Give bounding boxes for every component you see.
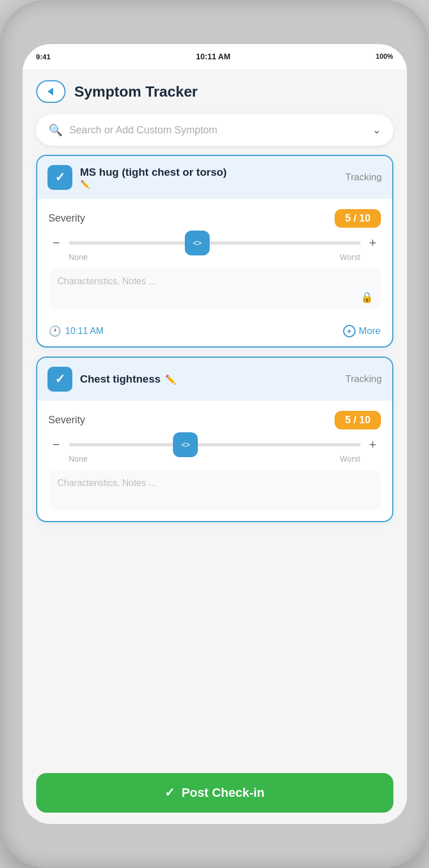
- edit-icon-ms-hug[interactable]: ✏️: [80, 180, 227, 189]
- checkmark-icon: ✓: [55, 170, 65, 185]
- lock-icon-ms-hug: 🔒: [361, 291, 373, 303]
- more-label-ms-hug: More: [359, 326, 381, 337]
- back-chevron-icon: [47, 88, 53, 96]
- more-button-ms-hug[interactable]: + More: [343, 325, 381, 337]
- phone-frame: 9:41 10:11 AM 100% Symptom Tracker 🔍 Sea…: [0, 0, 429, 868]
- slider-max-label-chest: Worst: [340, 454, 360, 463]
- severity-label-chest-tightness: Severity: [49, 414, 85, 426]
- time-text-ms-hug: 10:11 AM: [66, 326, 104, 336]
- post-checkin-button[interactable]: ✓ Post Check-in: [36, 773, 393, 813]
- slider-thumb-chest[interactable]: <>: [173, 432, 198, 457]
- card-header-ms-hug: ✓ MS hug (tight chest or torso) ✏️ Track…: [37, 156, 392, 199]
- slider-min-label-chest: None: [69, 454, 88, 463]
- edit-icon-chest[interactable]: ✏️: [165, 374, 176, 385]
- clock-icon-ms-hug: 🕐: [49, 325, 61, 337]
- page-title: Symptom Tracker: [75, 83, 198, 101]
- slider-labels-ms-hug: None Worst: [69, 253, 361, 262]
- slider-minus-chest[interactable]: −: [49, 437, 64, 452]
- card-header-chest-tightness: ✓ Chest tightness ✏️ Tracking: [37, 358, 392, 401]
- post-checkin-label: Post Check-in: [181, 785, 265, 800]
- severity-label-ms-hug: Severity: [49, 212, 85, 224]
- severity-badge-ms-hug: 5 / 10: [335, 209, 380, 228]
- slider-row-chest-tightness: − <> +: [49, 437, 381, 452]
- slider-arrows-icon-2: <>: [181, 440, 189, 449]
- slider-labels-chest: None Worst: [69, 454, 361, 463]
- symptom-name-ms-hug: MS hug (tight chest or torso): [80, 166, 227, 179]
- search-bar[interactable]: 🔍 Search or Add Custom Symptom ⌄: [36, 114, 393, 146]
- slider-row-ms-hug: − <> +: [49, 236, 381, 250]
- severity-badge-chest-tightness: 5 / 10: [335, 411, 380, 429]
- severity-row-ms-hug: Severity 5 / 10: [49, 209, 381, 228]
- symptom-name-chest-tightness: Chest tightness ✏️: [80, 373, 177, 385]
- phone-screen: 9:41 10:11 AM 100% Symptom Tracker 🔍 Sea…: [23, 44, 407, 824]
- severity-row-chest-tightness: Severity 5 / 10: [49, 411, 381, 429]
- status-time-left: 9:41: [36, 53, 51, 61]
- slider-thumb-ms-hug[interactable]: <>: [185, 231, 210, 255]
- header-row: Symptom Tracker: [36, 80, 393, 103]
- tracking-label-chest-tightness: Tracking: [345, 374, 382, 385]
- search-placeholder-text: Search or Add Custom Symptom: [70, 124, 366, 136]
- checkbox-chest-tightness[interactable]: ✓: [47, 367, 72, 392]
- checkmark-icon-2: ✓: [55, 372, 65, 387]
- time-row-ms-hug: 🕐 10:11 AM: [49, 325, 104, 337]
- status-bar: 9:41 10:11 AM 100%: [23, 44, 407, 69]
- notes-placeholder-ms-hug: Characteristics, Notes ...: [58, 276, 156, 286]
- slider-track-ms-hug[interactable]: <>: [69, 241, 361, 245]
- slider-plus-ms-hug[interactable]: +: [365, 236, 381, 250]
- card-footer-ms-hug: 🕐 10:11 AM + More: [37, 319, 392, 346]
- back-button[interactable]: [36, 80, 66, 103]
- card-body-chest-tightness: Severity 5 / 10 − <> + None: [37, 401, 392, 521]
- checkbox-ms-hug[interactable]: ✓: [47, 165, 72, 190]
- symptom-card-chest-tightness: ✓ Chest tightness ✏️ Tracking Severity 5…: [36, 357, 393, 522]
- notes-box-ms-hug[interactable]: Characteristics, Notes ... 🔒: [49, 268, 381, 309]
- slider-arrows-icon: <>: [193, 238, 201, 248]
- slider-plus-chest[interactable]: +: [365, 437, 381, 452]
- slider-minus-ms-hug[interactable]: −: [49, 236, 64, 250]
- screen-content: Symptom Tracker 🔍 Search or Add Custom S…: [23, 69, 407, 824]
- slider-min-label-ms-hug: None: [69, 253, 88, 262]
- status-time-center: 10:11 AM: [196, 52, 231, 61]
- dropdown-chevron-icon: ⌄: [372, 124, 381, 136]
- notes-placeholder-chest: Characteristics, Notes ...: [58, 478, 156, 488]
- plus-circle-icon-ms-hug: +: [343, 325, 356, 337]
- notes-box-chest[interactable]: Characteristics, Notes ...: [49, 470, 381, 511]
- slider-max-label-ms-hug: Worst: [340, 253, 360, 262]
- tracking-label-ms-hug: Tracking: [345, 172, 382, 183]
- card-body-ms-hug: Severity 5 / 10 − <> + None: [37, 199, 392, 319]
- status-battery: 100%: [376, 53, 393, 60]
- symptom-card-ms-hug: ✓ MS hug (tight chest or torso) ✏️ Track…: [36, 155, 393, 348]
- checkin-checkmark-icon: ✓: [164, 785, 175, 800]
- search-icon: 🔍: [49, 123, 63, 137]
- slider-track-chest[interactable]: <>: [69, 443, 361, 446]
